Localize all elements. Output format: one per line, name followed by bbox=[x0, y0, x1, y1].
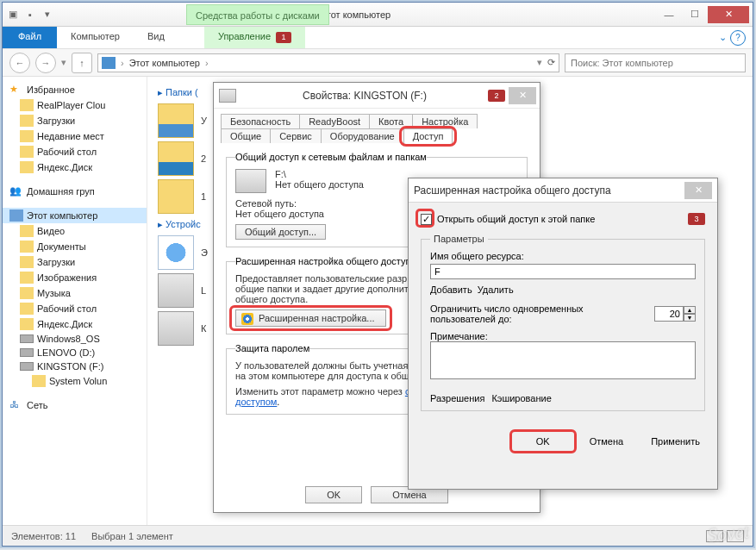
folder-icon bbox=[158, 141, 194, 176]
nav-item[interactable]: Загрузки bbox=[3, 113, 147, 128]
up-button[interactable]: ↑ bbox=[72, 53, 92, 73]
nav-network[interactable]: 🖧Сеть bbox=[3, 397, 147, 413]
drive-icon bbox=[235, 169, 266, 193]
minimize-button[interactable]: — bbox=[656, 6, 682, 23]
tab-view[interactable]: Вид bbox=[134, 27, 178, 48]
adv-apply-button[interactable]: Применить bbox=[642, 434, 709, 449]
folder-icon bbox=[20, 272, 34, 284]
status-bar: Элементов: 11 Выбран 1 элемент bbox=[3, 525, 753, 546]
tab-sharing[interactable]: Доступ bbox=[403, 128, 453, 143]
folder-icon bbox=[20, 318, 34, 330]
caching-button[interactable]: Кэширование bbox=[491, 393, 551, 403]
advanced-sharing-button[interactable]: Расширенная настройка... bbox=[235, 309, 386, 327]
annotation-badge-3: 3 bbox=[688, 213, 705, 225]
folder-icon: ▣ bbox=[6, 8, 20, 22]
nav-item[interactable]: Видео bbox=[3, 223, 147, 239]
nav-favorites[interactable]: ★Избранное bbox=[3, 82, 147, 97]
nav-item[interactable]: Документы bbox=[3, 239, 147, 254]
adv-ok-button[interactable]: OK bbox=[515, 434, 571, 449]
annotation-badge-1: 1 bbox=[276, 32, 291, 43]
nav-item[interactable]: Недавние мест bbox=[3, 128, 147, 144]
share-folder-checkbox[interactable]: ✓ bbox=[421, 214, 432, 225]
note-textarea[interactable] bbox=[430, 341, 696, 379]
tab-hardware[interactable]: Оборудование bbox=[321, 128, 404, 143]
folder-icon bbox=[20, 287, 34, 299]
address-bar[interactable]: › Этот компьютер › ▾ ⟳ bbox=[97, 53, 559, 72]
share-name-input[interactable] bbox=[430, 264, 696, 279]
drive-icon bbox=[20, 348, 34, 357]
nav-item[interactable]: RealPlayer Clou bbox=[3, 97, 147, 113]
share-status: Нет общего доступа bbox=[275, 179, 364, 190]
spin-up-icon[interactable]: ▲ bbox=[684, 306, 696, 314]
share-button[interactable]: Общий доступ... bbox=[235, 224, 326, 240]
props-icon[interactable]: ▪ bbox=[23, 8, 37, 22]
drive-icon bbox=[158, 273, 194, 308]
tab-computer[interactable]: Компьютер bbox=[57, 27, 134, 48]
tab-security[interactable]: Безопасность bbox=[221, 114, 300, 128]
search-input[interactable] bbox=[565, 53, 746, 72]
drive-icon bbox=[20, 334, 34, 343]
ribbon-expand-icon[interactable]: ⌄ bbox=[719, 32, 727, 43]
dialog-close-button[interactable]: ✕ bbox=[509, 87, 536, 104]
note-label: Примечание: bbox=[430, 331, 696, 341]
annotation-badge-2: 2 bbox=[488, 90, 505, 102]
drive-icon bbox=[158, 311, 194, 346]
nav-item[interactable]: System Volun bbox=[3, 373, 147, 389]
dialog-title: Свойства: KINGSTON (F:) bbox=[241, 90, 488, 102]
nav-item[interactable]: Windows8_OS bbox=[3, 332, 147, 346]
nav-pane: ★Избранное RealPlayer Clou Загрузки Неда… bbox=[3, 77, 147, 525]
nav-homegroup[interactable]: 👥Домашняя груп bbox=[3, 184, 147, 199]
folder-icon bbox=[20, 146, 34, 158]
share-name-label: Имя общего ресурса: bbox=[430, 251, 696, 261]
nav-item[interactable]: Рабочий стол bbox=[3, 301, 147, 316]
adv-dialog-title: Расширенная настройка общего доступа bbox=[414, 184, 684, 197]
nav-item[interactable]: Яндекс.Диск bbox=[3, 316, 147, 332]
back-button[interactable]: ← bbox=[9, 53, 30, 73]
qat-dropdown-icon[interactable]: ▾ bbox=[41, 8, 54, 22]
folder-icon bbox=[20, 241, 34, 253]
nav-item[interactable]: Рабочий стол bbox=[3, 144, 147, 159]
folder-icon bbox=[20, 161, 34, 173]
adv-close-button[interactable]: ✕ bbox=[684, 182, 712, 199]
tab-tools[interactable]: Сервис bbox=[270, 128, 322, 143]
pc-icon bbox=[9, 209, 23, 222]
help-icon[interactable]: ? bbox=[730, 30, 746, 46]
add-button[interactable]: Добавить bbox=[430, 284, 472, 295]
watermark: Sovet bbox=[707, 521, 750, 547]
tab-general[interactable]: Общие bbox=[221, 128, 271, 143]
quick-access-toolbar: ▣ ▪ ▾ bbox=[6, 8, 54, 22]
forward-button[interactable]: → bbox=[35, 53, 56, 73]
spin-down-icon[interactable]: ▼ bbox=[684, 314, 696, 322]
nav-item[interactable]: Изображения bbox=[3, 270, 147, 285]
history-dropdown-icon[interactable]: ▾ bbox=[61, 57, 66, 68]
file-tab[interactable]: Файл bbox=[3, 27, 57, 48]
folder-icon bbox=[20, 303, 34, 315]
star-icon: ★ bbox=[9, 84, 23, 96]
nav-item[interactable]: Загрузки bbox=[3, 254, 147, 270]
drive-path: F:\ bbox=[275, 169, 364, 179]
nav-item[interactable]: LENOVO (D:) bbox=[3, 346, 147, 359]
nav-item[interactable]: Яндекс.Диск bbox=[3, 159, 147, 175]
nav-item[interactable]: KINGSTON (F:) bbox=[3, 359, 147, 373]
folder-icon bbox=[20, 130, 34, 142]
nav-this-pc[interactable]: Этот компьютер bbox=[3, 208, 147, 223]
drive-icon bbox=[219, 89, 236, 103]
tab-readyboost[interactable]: ReadyBoost bbox=[299, 114, 370, 128]
tab-manage[interactable]: Управление1 bbox=[204, 27, 305, 48]
close-button[interactable]: ✕ bbox=[708, 6, 749, 23]
folder-icon bbox=[158, 103, 194, 138]
remove-button[interactable]: Удалить bbox=[478, 284, 514, 295]
props-ok-button[interactable]: OK bbox=[305, 486, 362, 503]
refresh-icon[interactable]: ⟳ bbox=[542, 57, 555, 68]
maximize-button[interactable]: ☐ bbox=[682, 6, 708, 23]
user-limit-spinner[interactable]: ▲▼ bbox=[654, 306, 696, 322]
window-title: Этот компьютер bbox=[54, 9, 656, 20]
permissions-button[interactable]: Разрешения bbox=[430, 393, 484, 403]
share-params-group: Параметры Имя общего ресурса: Добавить У… bbox=[421, 234, 705, 411]
pc-icon bbox=[102, 57, 116, 69]
nav-item[interactable]: Музыка bbox=[3, 285, 147, 301]
folder-icon bbox=[20, 225, 34, 237]
contextual-tab-label: Средства работы с дисками bbox=[186, 4, 329, 25]
advanced-sharing-dialog: Расширенная настройка общего доступа ✕ ✓… bbox=[408, 178, 718, 490]
adv-cancel-button[interactable]: Отмена bbox=[578, 434, 635, 449]
